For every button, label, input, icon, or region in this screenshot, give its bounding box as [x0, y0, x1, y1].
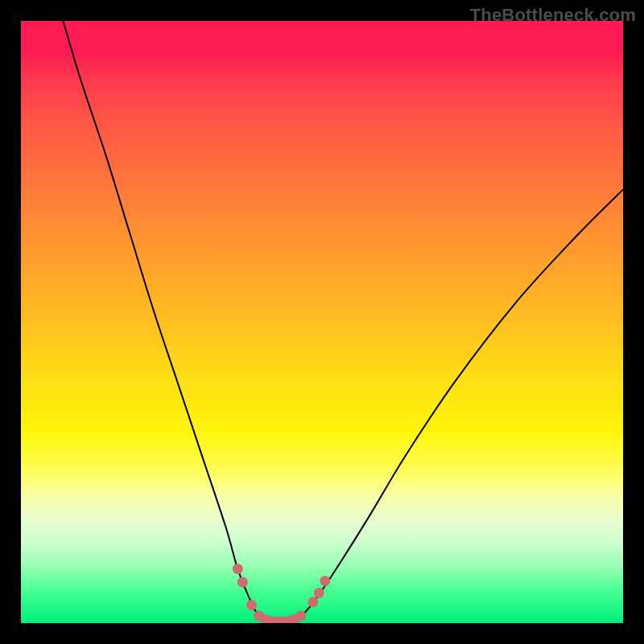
curve-right-branch [301, 189, 623, 617]
curve-left-branch [63, 21, 258, 617]
accent-dot [237, 577, 248, 588]
accent-dot [254, 611, 264, 621]
accent-dot [295, 611, 306, 621]
accent-dot [314, 588, 324, 598]
accent-dot [308, 597, 318, 607]
accent-dot [320, 576, 330, 586]
chart-svg [21, 21, 623, 623]
accent-dot [246, 600, 257, 610]
accent-dot [233, 564, 243, 574]
chart-frame: TheBottleneck.com [0, 0, 644, 644]
plot-area [21, 21, 623, 623]
watermark-text: TheBottleneck.com [470, 5, 636, 26]
